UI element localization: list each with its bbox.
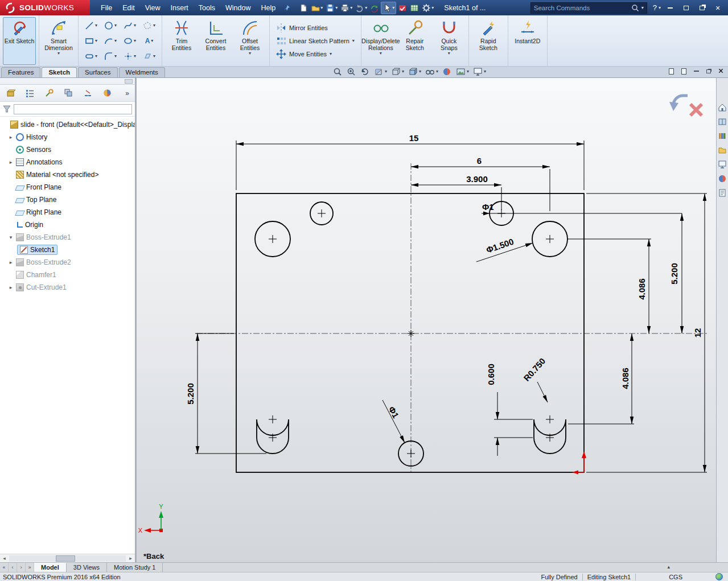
units-label[interactable]: CGS	[669, 574, 682, 580]
menu-tools[interactable]: Tools	[194, 1, 220, 15]
last-tab-icon[interactable]: »	[26, 563, 34, 572]
menu-file[interactable]: File	[96, 1, 117, 15]
dropdown-arrow-icon[interactable]: ▾	[484, 69, 486, 74]
tab-features[interactable]: Features	[1, 67, 40, 77]
tab-model[interactable]: Model	[34, 563, 67, 572]
instant2d-button[interactable]: Instant2D	[511, 17, 544, 65]
dropdown-arrow-icon[interactable]: ▾	[151, 39, 153, 43]
display-delete-relations-button[interactable]: Display/Delete Relations ▾	[364, 17, 397, 65]
dropdown-arrow-icon[interactable]: ▾	[114, 54, 117, 59]
dropdown-arrow-icon[interactable]: ▾	[153, 23, 155, 28]
dropdown-arrow-icon[interactable]: ▾	[380, 51, 382, 56]
scrollbar-track[interactable]	[9, 555, 126, 562]
dropdown-arrow-icon[interactable]: ▾	[95, 23, 97, 28]
tree-item-boss-extrude1[interactable]: ▾ Boss-Extrude1	[0, 231, 135, 244]
dropdown-arrow-icon[interactable]: ▾	[134, 23, 136, 28]
tree-item-history[interactable]: ▸ History	[0, 131, 135, 143]
exit-sketch-button[interactable]: Exit Sketch	[3, 17, 36, 65]
circle-tool-icon[interactable]	[104, 21, 113, 30]
rapid-sketch-button[interactable]: Rapid Sketch	[472, 17, 505, 65]
sketch-origin-icon[interactable]	[572, 451, 586, 475]
doc-close-button[interactable]: ×	[718, 66, 723, 76]
apply-scene-button[interactable]: ▾	[456, 67, 469, 76]
doc-restore-button[interactable]	[706, 69, 711, 73]
help-icon[interactable]: ?	[653, 3, 657, 12]
dropdown-arrow-icon[interactable]: ▾	[419, 69, 421, 74]
panel-horizontal-scrollbar[interactable]: ◂ ▸	[0, 554, 135, 562]
tree-item-material[interactable]: Material <not specified>	[0, 168, 135, 181]
rebuild-button[interactable]	[369, 2, 380, 14]
scroll-right-icon[interactable]: ▸	[126, 555, 135, 561]
trim-entities-button[interactable]: Trim Entities	[165, 17, 198, 65]
dropdown-arrow-icon[interactable]: ▾	[134, 39, 136, 43]
tree-root-item[interactable]: slide - front (Default<<Default>_Display	[0, 118, 135, 131]
sketch-canvas[interactable]: 15 6 3.900 Φ1 Φ1.500 5.200 4.086 12 5.20…	[137, 78, 716, 562]
previous-view-button[interactable]	[360, 67, 370, 76]
custom-properties-icon[interactable]	[718, 188, 727, 197]
exit-sketch-corner-icon[interactable]	[669, 96, 688, 111]
convert-entities-button[interactable]: Convert Entities	[199, 17, 232, 65]
close-button[interactable]: ×	[713, 3, 722, 13]
display-style-button[interactable]: ▾	[408, 67, 421, 76]
dim-5200-left[interactable]: 5.200	[186, 383, 195, 405]
repair-sketch-button[interactable]: Repair Sketch	[398, 17, 431, 65]
expand-arrow-icon[interactable]: ▾	[8, 234, 14, 240]
dim-r0750[interactable]: R0.750	[521, 356, 547, 383]
dropdown-arrow-icon[interactable]: ▾	[448, 51, 450, 56]
select-tool-button[interactable]: ▾	[381, 2, 396, 14]
tree-item-origin[interactable]: Origin	[0, 219, 135, 231]
dim-hole-spacing[interactable]: 6	[477, 156, 482, 166]
plane-tool-icon[interactable]	[143, 52, 152, 61]
cascade-windows-button[interactable]	[681, 3, 690, 13]
print-button[interactable]: ▾	[339, 2, 353, 14]
line-tool-icon[interactable]	[85, 21, 94, 30]
minimize-button[interactable]	[665, 3, 674, 13]
tree-item-cut-extrude1[interactable]: ▸ Cut-Extrude1	[0, 281, 135, 294]
tree-item-right-plane[interactable]: Right Plane	[0, 206, 135, 219]
dim-dia1-bottom[interactable]: Φ1	[386, 405, 401, 419]
dropdown-arrow-icon[interactable]: ▾	[114, 39, 117, 43]
solidworks-resources-icon[interactable]	[718, 117, 727, 126]
expand-arrow-icon[interactable]: ▸	[8, 259, 14, 265]
design-table-button[interactable]	[409, 2, 420, 14]
dropdown-arrow-icon[interactable]: ▾	[57, 51, 60, 56]
search-dropdown-icon[interactable]: ▾	[641, 6, 644, 10]
mirror-entities-button[interactable]: Mirror Entities	[276, 23, 355, 33]
tab-sketch[interactable]: Sketch	[42, 67, 77, 77]
point-tool-icon[interactable]	[124, 52, 133, 61]
featuremanager-tree-icon[interactable]	[25, 88, 35, 98]
tree-item-sketch1[interactable]: Sketch1	[0, 244, 135, 256]
move-entities-button[interactable]: Move Entities ▾	[276, 49, 355, 59]
first-tab-icon[interactable]: «	[0, 563, 9, 572]
dropdown-arrow-icon[interactable]: ▾	[249, 51, 251, 56]
scrollbar-thumb[interactable]	[56, 555, 75, 562]
polygon-tool-icon[interactable]	[143, 21, 152, 30]
propertymanager-icon[interactable]	[44, 88, 54, 98]
open-document-button[interactable]: ▾	[310, 2, 324, 14]
zoom-to-area-button[interactable]	[347, 67, 356, 76]
pin-menubar-icon[interactable]	[283, 4, 291, 12]
panel-tabs-overflow-icon[interactable]: »	[125, 89, 129, 97]
slot-tool-icon[interactable]	[85, 52, 94, 61]
dim-5200-right[interactable]: 5.200	[669, 263, 679, 285]
next-tab-icon[interactable]: ›	[17, 563, 26, 572]
dim-overall-width[interactable]: 15	[409, 133, 419, 143]
dropdown-arrow-icon[interactable]: ▾	[352, 39, 355, 43]
new-document-button[interactable]	[298, 2, 309, 14]
tree-item-front-plane[interactable]: Front Plane	[0, 181, 135, 193]
dropdown-arrow-icon[interactable]: ▾	[350, 6, 352, 10]
dropdown-arrow-icon[interactable]: ▾	[467, 69, 469, 74]
spline-tool-icon[interactable]	[124, 21, 133, 30]
linear-sketch-pattern-button[interactable]: Linear Sketch Pattern ▾	[276, 36, 355, 46]
dropdown-arrow-icon[interactable]: ▾	[385, 69, 387, 74]
dropdown-arrow-icon[interactable]: ▾	[431, 6, 434, 10]
undo-button[interactable]: ▾	[354, 2, 368, 14]
dim-offset-3900[interactable]: 3.900	[466, 174, 488, 184]
ellipse-tool-icon[interactable]	[124, 36, 133, 46]
dropdown-arrow-icon[interactable]: ▾	[330, 52, 332, 56]
fillet-tool-icon[interactable]	[104, 52, 113, 61]
previous-document-icon[interactable]	[669, 68, 674, 75]
spell-check-button[interactable]	[397, 2, 408, 14]
menu-view[interactable]: View	[140, 1, 166, 15]
status-expand-icon[interactable]: ▴	[667, 564, 670, 570]
